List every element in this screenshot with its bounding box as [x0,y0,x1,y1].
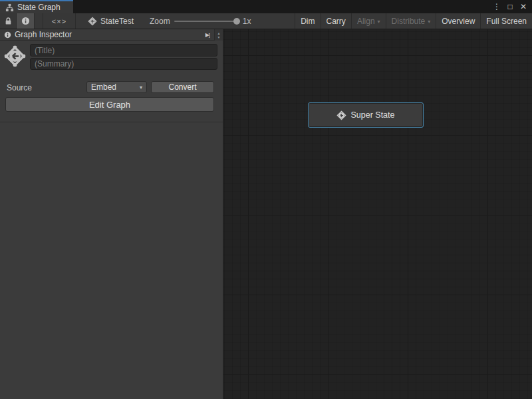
source-dropdown[interactable]: Embed ▾ [86,81,147,93]
close-icon[interactable]: ✕ [519,2,528,11]
toolbar-spacer [251,13,295,29]
hierarchy-icon [5,3,14,12]
code-view-button[interactable]: <×> [43,13,76,29]
graph-canvas[interactable]: Super State [223,29,532,399]
chevron-down-icon: ▾ [140,84,142,90]
zoom-label: Zoom [150,17,170,26]
fullscreen-button-label: Full Screen [486,17,527,26]
graph-summary-input[interactable] [30,58,217,70]
graph-title-input[interactable] [30,44,217,57]
state-graph-window: State Graph ⋮ □ ✕ [0,0,532,399]
panel-spinner[interactable]: ▲ ▼ [214,29,223,41]
info-icon [4,31,11,39]
zoom-slider-thumb[interactable] [233,18,240,25]
chevron-down-icon: ▾ [378,19,380,25]
node-label: Super State [350,110,394,120]
spinner-down-icon[interactable]: ▼ [217,35,221,39]
convert-button[interactable]: Convert [151,81,214,93]
dim-button[interactable]: Dim [295,13,320,29]
breadcrumb[interactable]: StateTest [88,13,134,29]
state-graph-icon [336,110,346,120]
distribute-button[interactable]: Distribute ▾ [386,13,436,29]
tab-label: State Graph [17,3,61,12]
graph-inspector-panel: Graph Inspector ▶] ▲ ▼ [0,29,223,399]
lock-button[interactable] [0,13,17,29]
align-button-label: Align [357,17,375,26]
graph-toolbar: <×> StateTest Zoom 1x Dim Carry [0,13,532,29]
inspector-toggle-button[interactable] [17,13,35,29]
info-icon [21,17,30,25]
source-dropdown-value: Embed [91,82,116,92]
fullscreen-button[interactable]: Full Screen [480,13,532,29]
tab-bar: State Graph ⋮ □ ✕ [0,0,532,13]
overview-button[interactable]: Overview [436,13,480,29]
main-area: Graph Inspector ▶] ▲ ▼ [0,29,532,399]
inspector-title: Graph Inspector [15,30,72,39]
inspector-separator [0,122,223,122]
align-button[interactable]: Align ▾ [351,13,386,29]
zoom-control: Zoom 1x [150,13,251,29]
source-label: Source [7,83,32,92]
maximize-icon[interactable]: □ [505,2,515,11]
carry-button[interactable]: Carry [321,13,351,29]
distribute-button-label: Distribute [392,17,426,26]
lock-icon [5,17,12,25]
dim-button-label: Dim [301,17,315,26]
zoom-value: 1x [243,17,251,26]
dock-panel-icon[interactable]: ▶] [205,32,209,38]
carry-button-label: Carry [327,17,346,26]
super-state-node[interactable]: Super State [308,102,424,128]
state-graph-icon [4,45,26,67]
edit-graph-button[interactable]: Edit Graph [5,97,214,112]
breadcrumb-label: StateTest [100,17,134,26]
overview-button-label: Overview [442,17,475,26]
window-controls: ⋮ □ ✕ [492,0,532,13]
tab-state-graph[interactable]: State Graph [0,0,73,13]
state-graph-icon [88,17,97,26]
window-menu-icon[interactable]: ⋮ [492,2,501,11]
inspector-header: Graph Inspector ▶] ▲ ▼ [0,29,223,41]
chevron-down-icon: ▾ [428,19,430,25]
zoom-slider[interactable] [174,21,239,22]
